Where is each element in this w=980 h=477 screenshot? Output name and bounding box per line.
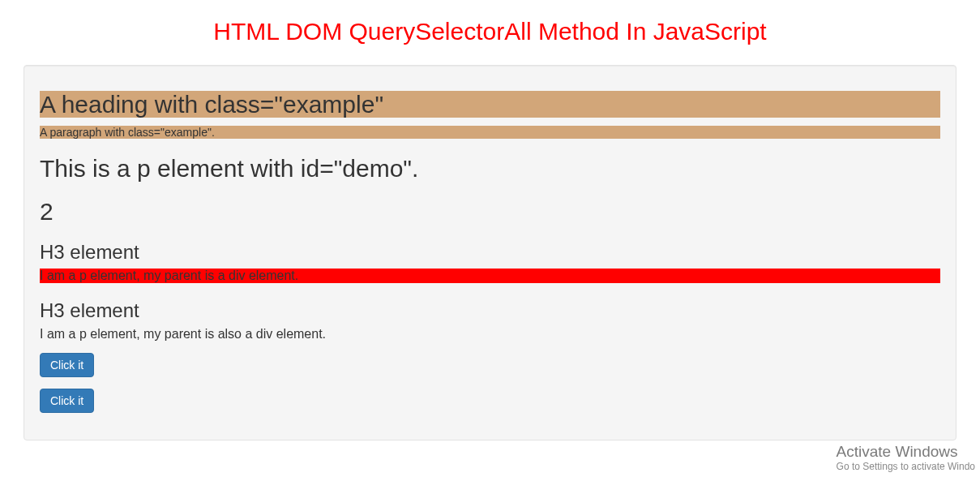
click-it-button-2[interactable]: Click it [40,389,94,413]
demo-paragraph: This is a p element with id="demo". [40,155,940,182]
content-panel: A heading with class="example" A paragra… [24,65,956,440]
child-paragraph-1: I am a p element, my parent is a div ele… [40,269,940,283]
heading-example: A heading with class="example" [40,91,940,118]
div-section-1: H3 element I am a p element, my parent i… [40,241,940,283]
h3-element-1: H3 element [40,241,940,264]
demo-count: 2 [40,198,940,225]
div-section-2: H3 element I am a p element, my parent i… [40,299,940,342]
paragraph-example: A paragraph with class="example". [40,126,940,139]
page-title: HTML DOM QuerySelectorAll Method In Java… [0,18,980,45]
click-it-button-1[interactable]: Click it [40,353,94,377]
child-paragraph-2: I am a p element, my parent is also a di… [40,327,940,342]
h3-element-2: H3 element [40,299,940,322]
